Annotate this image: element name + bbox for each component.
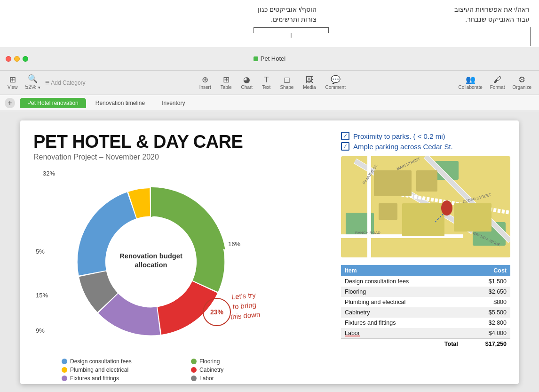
table-row: Plumbing and electrical$800	[341, 297, 510, 307]
cell-cost-5: $4,000	[462, 328, 510, 339]
tab-label-1: Renovation timeline	[95, 100, 145, 106]
insert-button[interactable]: ⊕ Insert	[197, 74, 214, 91]
checkbox-1[interactable]: ✓	[341, 132, 349, 140]
labor-text: Labor	[345, 330, 360, 336]
map-svg: FILMORE ST. MAIN STREET CEDAR STREET GRA…	[341, 156, 510, 257]
checklist: ✓ Proximity to parks. ( < 0.2 mi) ✓ Ampl…	[341, 132, 510, 151]
insert-icon: ⊕	[202, 76, 208, 84]
right-column: ✓ Proximity to parks. ( < 0.2 mi) ✓ Ampl…	[341, 132, 510, 349]
donut-chart-area[interactable]: 32% 5% 15% 9% 16%	[33, 165, 269, 363]
collaborate-icon: 👥	[466, 76, 476, 84]
format-button[interactable]: 🖌 Format	[487, 74, 508, 91]
percent-23-annotation: 23%	[203, 298, 231, 326]
media-label: Media	[303, 85, 316, 90]
comment-button[interactable]: 💬 Comment	[323, 74, 349, 91]
text-label: Text	[262, 85, 270, 90]
comment-label: Comment	[325, 85, 346, 90]
svg-rect-11	[402, 203, 444, 236]
tab-pet-hotel-renovation[interactable]: Pet Hotel renovation	[20, 98, 86, 108]
view-icon: ⊞	[9, 76, 16, 84]
legend-dot-plumbing	[62, 367, 67, 373]
title-icon	[254, 56, 258, 61]
handwritten-note: Let's tryto bringthis down	[228, 289, 261, 321]
chart-button[interactable]: ◕ Chart	[238, 74, 255, 91]
format-label: Format	[490, 85, 505, 90]
legend-dot-cabinetry	[191, 367, 197, 373]
media-icon: 🖼	[305, 76, 313, 84]
tooltip-right: ראה/י את אפשרויות העיצוב עבור האובייקט ש…	[454, 5, 530, 24]
collaborate-button[interactable]: 👥 Collaborate	[456, 74, 485, 91]
tab-renovation-timeline[interactable]: Renovation timeline	[88, 98, 152, 108]
toolbar-left: ⊞ View 🔍 52% ▾ ≡ Add Category	[5, 73, 89, 92]
percent-23-text: 23%	[210, 308, 223, 316]
cell-item-5: Labor	[341, 328, 462, 339]
total-label-text: Total	[444, 341, 458, 347]
svg-rect-15	[416, 170, 437, 192]
legend-item-fixtures: Fixtures and fittings	[62, 375, 177, 382]
tooltip-right-line2: עבור האובייקט שנבחר.	[465, 16, 530, 23]
text-icon: T	[264, 76, 269, 84]
chart-label-15: 15%	[36, 292, 48, 299]
legend-item-cabinetry: Cabinetry	[191, 367, 306, 373]
zoom-icon: 🔍	[28, 75, 38, 83]
check-text-1: Proximity to parks. ( < 0.2 mi)	[353, 132, 445, 140]
cell-cost-1: $2,650	[462, 287, 510, 297]
shape-icon: ◻	[284, 76, 290, 84]
legend-item-plumbing: Plumbing and electrical	[62, 367, 177, 373]
maximize-button[interactable]	[23, 56, 28, 62]
toolbar-right: 👥 Collaborate 🖌 Format ⚙ Organize	[456, 74, 534, 91]
total-value-text: $17,250	[462, 339, 510, 350]
view-button[interactable]: ⊞ View	[5, 74, 21, 91]
new-tab-button[interactable]: +	[5, 98, 15, 108]
cell-item-1: Flooring	[341, 287, 462, 297]
total-label: Total	[341, 339, 462, 350]
tooltip-center-line1: הוסף/י אובייקטים כגון	[258, 6, 317, 13]
chart-label-9: 9%	[36, 327, 45, 334]
chart-icon: ◕	[243, 76, 250, 84]
text-button[interactable]: T Text	[259, 74, 273, 91]
titlebar: Pet Hotel	[0, 47, 539, 71]
close-button[interactable]	[6, 56, 11, 62]
organize-button[interactable]: ⚙ Organize	[509, 74, 534, 91]
tooltip-right-line	[530, 27, 531, 46]
legend-item-labor: Labor	[191, 375, 306, 382]
view-label: View	[8, 85, 18, 90]
add-category-button[interactable]: ≡ Add Category	[45, 79, 86, 87]
percent-23-circle: 23%	[203, 298, 231, 326]
table-header-row: Item Cost	[341, 265, 510, 276]
col-header-item: Item	[341, 265, 462, 276]
table-button[interactable]: ⊞ Table	[218, 74, 235, 91]
tooltip-right-line1: ראה/י את אפשרויות העיצוב	[454, 6, 530, 13]
map-container: FILMORE ST. MAIN STREET CEDAR STREET GRA…	[341, 156, 510, 257]
minimize-button[interactable]	[14, 56, 20, 62]
shape-button[interactable]: ◻ Shape	[277, 74, 296, 91]
table-total-row: Total $17,250	[341, 339, 510, 350]
tab-label-2: Inventory	[162, 100, 185, 106]
toolbar-center: ⊕ Insert ⊞ Table ◕ Chart T Text ◻ Shape …	[89, 74, 456, 91]
table-row: Labor$4,000	[341, 328, 510, 339]
tab-inventory[interactable]: Inventory	[154, 98, 192, 108]
page-subtitle: Renovation Project – November 2020	[33, 153, 306, 161]
checkbox-2[interactable]: ✓	[341, 142, 349, 151]
cell-item-2: Plumbing and electrical	[341, 297, 462, 307]
left-column: PET HOTEL & DAY CARE Renovation Project …	[33, 132, 306, 382]
format-icon: 🖌	[493, 76, 501, 84]
organize-icon: ⚙	[518, 76, 525, 84]
svg-rect-13	[374, 170, 412, 196]
main-content: PET HOTEL & DAY CARE Renovation Project …	[0, 111, 539, 392]
organize-label: Organize	[512, 85, 531, 90]
legend-dot-labor	[191, 376, 197, 381]
tooltip-overlay: ראה/י את אפשרויות העיצוב עבור האובייקט ש…	[0, 0, 539, 47]
chart-center-text-line2: allocation	[135, 261, 167, 269]
legend-label-labor: Labor	[199, 375, 214, 382]
page: PET HOTEL & DAY CARE Renovation Project …	[20, 120, 519, 384]
cell-item-3: Cabinetry	[341, 307, 462, 318]
media-button[interactable]: 🖼 Media	[300, 74, 318, 91]
zoom-button[interactable]: 🔍 52% ▾	[23, 73, 43, 92]
legend-label-plumbing: Plumbing and electrical	[70, 367, 128, 373]
cell-item-0: Design consultation fees	[341, 276, 462, 287]
legend-dot-fixtures	[62, 376, 67, 381]
toolbar: ⊞ View 🔍 52% ▾ ≡ Add Category ⊕ Insert ⊞…	[0, 71, 539, 95]
add-category-label: Add Category	[51, 80, 85, 86]
cost-table: Item Cost Design consultation fees$1,500…	[341, 265, 510, 349]
